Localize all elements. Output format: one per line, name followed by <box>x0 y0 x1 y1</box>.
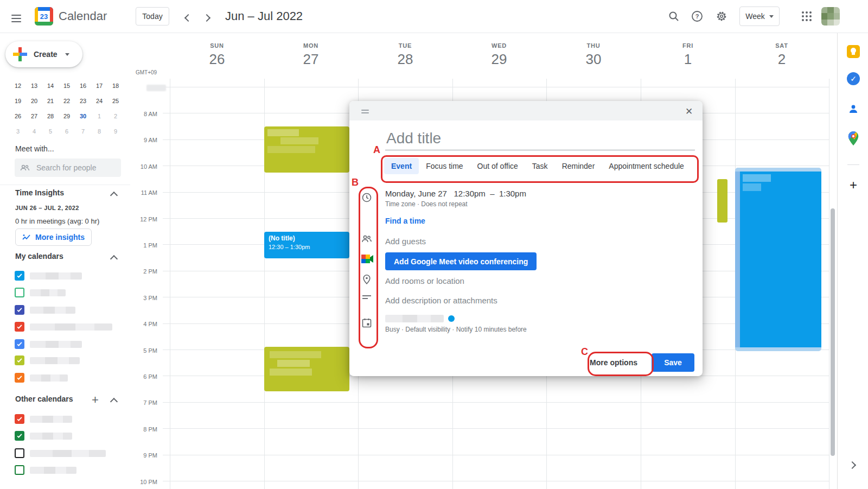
mini-day[interactable]: 7 <box>75 124 91 139</box>
calendar-checkbox-checked[interactable] <box>15 431 24 441</box>
mini-day[interactable]: 3 <box>10 124 26 139</box>
mini-day[interactable]: 23 <box>75 93 91 109</box>
help-icon[interactable]: ? <box>691 10 703 24</box>
calendar-checkbox-unchecked[interactable] <box>15 448 24 458</box>
event-monday-morning[interactable] <box>264 126 349 173</box>
event-datetime-row[interactable]: Monday, June 27 12:30pm – 1:30pm <box>385 189 526 198</box>
event-monday-notitle[interactable]: (No title) 12:30 – 1:30pm <box>264 232 349 258</box>
mini-day[interactable]: 9 <box>107 124 124 139</box>
search-people-input[interactable] <box>35 163 113 173</box>
mini-day[interactable]: 12 <box>10 78 26 93</box>
day-number[interactable]: 26 <box>190 51 244 68</box>
next-week-icon[interactable] <box>204 13 209 23</box>
mini-day[interactable]: 29 <box>59 109 75 124</box>
mini-day[interactable]: 17 <box>91 78 107 93</box>
timezone-repeat-row[interactable]: Time zone · Does not repeat <box>385 200 468 208</box>
event-saturday-selected[interactable] <box>735 168 821 351</box>
event-monday-evening[interactable] <box>264 347 349 391</box>
google-apps-icon[interactable] <box>802 11 812 21</box>
mini-day[interactable]: 21 <box>42 93 59 109</box>
mini-day[interactable]: 28 <box>42 109 59 124</box>
tab-focus-time[interactable]: Focus time <box>419 158 470 174</box>
calendar-checkbox-checked[interactable] <box>15 414 24 424</box>
day-number[interactable]: 2 <box>755 51 809 68</box>
mini-day[interactable]: 19 <box>10 93 26 109</box>
mini-day[interactable]: 20 <box>26 93 42 109</box>
settings-gear-icon[interactable] <box>716 10 727 24</box>
mini-day[interactable]: 18 <box>107 78 124 93</box>
main-menu-icon[interactable] <box>11 12 21 24</box>
my-calendar-row[interactable] <box>15 372 68 383</box>
other-calendar-row[interactable] <box>15 414 72 424</box>
mini-day[interactable]: 1 <box>91 109 107 124</box>
my-calendar-row[interactable] <box>15 304 75 315</box>
google-keep-icon[interactable] <box>846 45 860 59</box>
mini-day[interactable]: 24 <box>91 93 107 109</box>
add-rooms-field[interactable]: Add rooms or location <box>385 276 464 285</box>
google-tasks-icon[interactable]: ✓ <box>846 72 860 86</box>
day-number[interactable]: 27 <box>284 51 338 68</box>
date-range-label[interactable]: Jun – Jul 2022 <box>225 9 303 23</box>
hide-panel-chevron-icon[interactable] <box>850 460 855 470</box>
day-number[interactable]: 1 <box>661 51 715 68</box>
find-a-time-link[interactable]: Find a time <box>385 217 425 225</box>
day-number[interactable]: 30 <box>566 51 621 68</box>
add-meet-button[interactable]: Add Google Meet video conferencing <box>385 252 537 270</box>
collapse-other-calendars-icon[interactable] <box>111 397 117 407</box>
my-calendar-row[interactable] <box>15 270 82 281</box>
tab-reminder[interactable]: Reminder <box>555 158 602 174</box>
calendar-checkbox-unchecked[interactable] <box>15 288 24 297</box>
event-title-input[interactable] <box>385 129 691 148</box>
dialog-drag-bar[interactable]: ✕ <box>349 101 703 120</box>
calendar-selector-row[interactable] <box>385 315 455 322</box>
my-calendar-row[interactable] <box>15 355 80 366</box>
add-other-calendar-icon[interactable]: + <box>92 393 99 407</box>
close-icon[interactable]: ✕ <box>683 105 695 117</box>
mini-day[interactable]: 22 <box>59 93 75 109</box>
tab-appointment-schedule[interactable]: Appointment schedule <box>602 158 691 174</box>
today-button[interactable]: Today <box>136 7 169 26</box>
calendar-checkbox-checked[interactable] <box>15 355 24 365</box>
mini-day[interactable]: 13 <box>26 78 42 93</box>
mini-day[interactable]: 2 <box>107 109 124 124</box>
my-calendar-row[interactable] <box>15 287 66 298</box>
search-icon[interactable] <box>668 10 680 24</box>
add-guests-field[interactable]: Add guests <box>385 237 426 246</box>
google-contacts-icon[interactable] <box>846 102 860 116</box>
my-calendar-row[interactable] <box>15 339 82 350</box>
google-maps-icon[interactable] <box>846 131 860 145</box>
vertical-scrollbar[interactable] <box>831 208 835 456</box>
mini-day[interactable]: 5 <box>42 124 59 139</box>
more-options-button[interactable]: More options <box>585 353 642 372</box>
avatar[interactable] <box>821 7 840 26</box>
other-calendar-row[interactable] <box>15 448 106 459</box>
tab-out-of-office[interactable]: Out of office <box>470 158 525 174</box>
mini-day-selected[interactable]: 30 <box>75 109 91 124</box>
mini-day[interactable]: 14 <box>42 78 59 93</box>
mini-day[interactable]: 15 <box>59 78 75 93</box>
mini-day[interactable]: 8 <box>91 124 107 139</box>
calendar-checkbox-unchecked[interactable] <box>15 465 24 475</box>
calendar-checkbox-checked[interactable] <box>15 339 24 349</box>
mini-day[interactable]: 25 <box>107 93 124 109</box>
collapse-time-insights-icon[interactable] <box>111 190 117 200</box>
tab-task[interactable]: Task <box>525 158 555 174</box>
calendar-checkbox-checked[interactable] <box>15 305 24 315</box>
mini-day[interactable]: 6 <box>59 124 75 139</box>
create-button[interactable]: Create <box>5 41 82 67</box>
calendar-checkbox-checked[interactable] <box>15 322 24 332</box>
get-addons-icon[interactable]: + <box>846 178 860 192</box>
search-people-box[interactable] <box>15 158 121 177</box>
calendar-logo-icon[interactable]: 23 <box>35 7 53 26</box>
calendar-checkbox-checked[interactable] <box>15 373 24 383</box>
other-calendar-row[interactable] <box>15 465 76 475</box>
my-calendar-row[interactable] <box>15 321 112 332</box>
calendar-checkbox-checked[interactable] <box>15 271 24 281</box>
view-selector-dropdown[interactable]: Week <box>739 7 780 26</box>
more-insights-button[interactable]: More insights <box>15 228 92 246</box>
mini-day[interactable]: 16 <box>75 78 91 93</box>
add-description-field[interactable]: Add description or attachments <box>385 296 497 305</box>
mini-day[interactable]: 27 <box>26 109 42 124</box>
drag-handle-icon[interactable] <box>361 108 369 115</box>
other-calendar-row[interactable] <box>15 430 72 441</box>
